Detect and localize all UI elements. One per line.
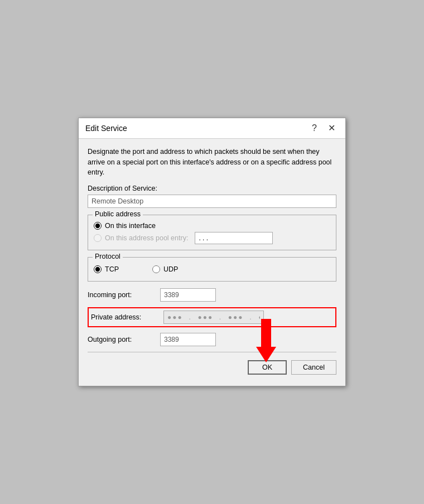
address-pool-radio[interactable] xyxy=(94,234,102,242)
edit-service-dialog: Edit Service ? ✕ Designate the port and … xyxy=(78,118,346,386)
outgoing-port-row: Outgoing port: xyxy=(88,333,336,346)
outgoing-port-input[interactable] xyxy=(160,333,216,346)
incoming-port-label: Incoming port: xyxy=(88,291,160,299)
udp-label: UDP xyxy=(163,265,178,273)
button-row: OK Cancel xyxy=(88,360,336,378)
public-address-group: Public address On this interface On this… xyxy=(88,215,336,250)
address-pool-row: On this address pool entry: xyxy=(94,232,330,244)
description-of-service-input[interactable] xyxy=(88,195,336,208)
on-interface-label: On this interface xyxy=(105,222,156,230)
dialog-title: Edit Service xyxy=(85,124,127,133)
arrow-shaft xyxy=(261,319,271,347)
title-bar-right: ? ✕ xyxy=(309,123,339,134)
tcp-label: TCP xyxy=(105,265,119,273)
outgoing-port-label: Outgoing port: xyxy=(88,336,160,343)
title-bar-left: Edit Service xyxy=(85,124,127,133)
protocol-row: TCP UDP xyxy=(94,265,330,273)
dialog-body: Designate the port and address to which … xyxy=(79,139,345,386)
description-text: Designate the port and address to which … xyxy=(88,147,336,178)
arrow-head xyxy=(256,347,276,362)
incoming-port-row: Incoming port: xyxy=(88,288,336,302)
divider xyxy=(88,352,336,352)
private-address-input[interactable] xyxy=(163,311,264,324)
title-bar: Edit Service ? ✕ xyxy=(79,118,345,139)
address-pool-input[interactable] xyxy=(195,232,273,244)
incoming-port-input[interactable] xyxy=(160,288,216,302)
protocol-group: Protocol TCP UDP xyxy=(88,257,336,282)
address-pool-label: On this address pool entry: xyxy=(105,234,188,242)
protocol-legend: Protocol xyxy=(93,253,123,260)
close-button[interactable]: ✕ xyxy=(325,123,339,134)
arrow-indicator xyxy=(256,319,276,362)
description-of-service-label: Description of Service: xyxy=(88,185,336,192)
private-address-label: Private address: xyxy=(91,313,163,321)
cancel-button[interactable]: Cancel xyxy=(291,360,336,375)
udp-radio[interactable] xyxy=(152,265,160,273)
help-button[interactable]: ? xyxy=(309,123,320,134)
tcp-radio[interactable] xyxy=(94,265,102,273)
tcp-option: TCP xyxy=(94,265,119,273)
on-interface-row: On this interface xyxy=(94,222,330,230)
public-address-legend: Public address xyxy=(93,210,143,218)
on-interface-radio[interactable] xyxy=(94,222,102,230)
private-address-row: Private address: xyxy=(88,307,336,327)
udp-option: UDP xyxy=(152,265,178,273)
